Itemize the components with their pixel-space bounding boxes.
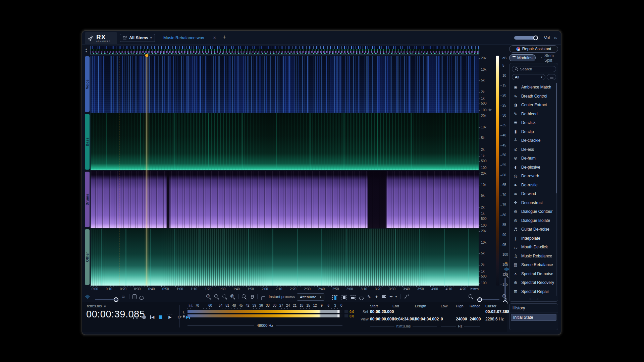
scrollbar-thumb[interactable] <box>556 83 557 193</box>
panel-resize-handle[interactable] <box>530 298 538 300</box>
tab-modules[interactable]: Modules <box>509 54 536 61</box>
spectrogram-voice[interactable] <box>91 56 479 113</box>
time-format-selector[interactable]: h:m:s.ms▼ <box>87 304 106 308</box>
module-item-de-plosive[interactable]: ◖De-plosive <box>510 163 556 172</box>
view-start-value[interactable]: 00:00:00.000 <box>370 317 394 321</box>
spectrogram-amplitude-colorbar[interactable] <box>496 56 499 286</box>
zoom-reset-button[interactable]: Ø <box>230 293 235 300</box>
playhead-marker[interactable] <box>145 54 149 57</box>
module-item-de-reverb[interactable]: ◎De-reverb <box>510 172 556 181</box>
signal-chain-icon[interactable] <box>404 293 409 300</box>
tab-close-icon[interactable]: × <box>213 36 216 40</box>
search-magnifier-tool[interactable] <box>242 293 247 300</box>
frequency-selection-tool[interactable] <box>350 294 356 301</box>
timeline-ruler[interactable]: h:m:s 0:000:100:200:300:400:501:001:101:… <box>91 286 479 292</box>
feather-tool-dropdown-icon[interactable]: ▾ <box>395 293 397 300</box>
module-item-de-ess[interactable]: ƧDe-ess <box>510 145 556 154</box>
stems-selector-dropdown[interactable]: All Stems ▾ <box>120 34 155 42</box>
repair-assistant-button[interactable]: Repair Assistant <box>509 45 558 53</box>
harmonic-selection-tool[interactable] <box>382 294 386 302</box>
magic-wand-tool[interactable]: ✦ <box>375 293 378 300</box>
waveform-blend-icon[interactable] <box>86 293 90 300</box>
module-item-ambience-match[interactable]: ◉Ambience Match <box>510 83 556 92</box>
spectrogram-other[interactable] <box>91 229 479 286</box>
tab-stem-split[interactable]: Stem Split <box>537 54 558 61</box>
time-frequency-selection-tool[interactable] <box>341 294 347 301</box>
spectrogram-bass[interactable] <box>91 113 479 170</box>
peak-value-left[interactable]: 0.0 <box>350 310 354 314</box>
module-item-de-rustle[interactable]: ❧De-rustle <box>510 181 556 190</box>
view-low-value[interactable]: 0 <box>441 317 443 321</box>
module-item-interpolate[interactable]: ∫Interpolate <box>510 234 556 243</box>
module-item-guitar-de-noise[interactable]: ♬Guitar De-noise <box>510 225 556 234</box>
session-notes-icon[interactable] <box>132 293 137 300</box>
vertical-zoom-in-icon[interactable]: + <box>504 273 508 277</box>
lasso-selection-tool[interactable] <box>359 295 364 302</box>
view-high-value[interactable]: 24000 <box>456 317 467 321</box>
module-item-de-click[interactable]: ✳De-click <box>510 118 556 127</box>
search-input[interactable] <box>520 67 553 71</box>
module-item-music-rebalance[interactable]: ♫Music Rebalance <box>510 252 556 261</box>
sel-start-value[interactable]: 00:00:20.000 <box>370 309 394 314</box>
volume-slider[interactable] <box>514 36 540 40</box>
file-tab[interactable]: Music Rebalance.wav × <box>160 33 220 43</box>
zoom-selection-button[interactable] <box>222 293 227 300</box>
module-item-dialogue-contour[interactable]: ⊖Dialogue Contour <box>510 207 556 216</box>
time-selection-tool[interactable] <box>332 294 338 301</box>
module-item-mouth-de-click[interactable]: ◡Mouth De-click <box>510 243 556 252</box>
peak-value-right[interactable]: 0.0 <box>350 314 354 318</box>
view-end-value[interactable]: 00:04:34.002 <box>392 317 416 321</box>
module-item-scene-rebalance[interactable]: ▤Scene Rebalance <box>510 260 556 269</box>
module-item-de-bleed[interactable]: ✎De-bleed <box>510 110 556 119</box>
module-item-de-clip[interactable]: ▮De-clip <box>510 127 556 136</box>
module-item-deconstruct[interactable]: ✣Deconstruct <box>510 198 556 207</box>
module-list-menu-button[interactable] <box>547 74 556 80</box>
module-item-de-crackle[interactable]: ┴De-crackle <box>510 136 556 145</box>
meter-bar-right[interactable] <box>187 314 342 317</box>
hand-grab-tool[interactable] <box>250 293 255 300</box>
spectrogram-drums[interactable] <box>91 171 479 228</box>
monitor-headphones-icon[interactable] <box>132 315 138 319</box>
process-mode-dropdown[interactable]: Attenuate ▾ <box>297 293 324 301</box>
timeline-zoom-out-icon[interactable]: − <box>469 293 473 300</box>
module-item-de-hum[interactable]: ⊘De-hum <box>510 154 556 163</box>
play-button[interactable]: ▶ <box>167 314 173 320</box>
module-item-center-extract[interactable]: ◑Center Extract <box>510 101 556 110</box>
stem-tab-bass[interactable]: Bass <box>85 114 90 170</box>
hamburger-icon <box>550 75 553 79</box>
zoom-out-button[interactable]: − <box>214 293 219 300</box>
go-to-start-button[interactable]: ◀ <box>150 315 154 319</box>
meter-bar-left[interactable] <box>187 310 342 313</box>
spectrogram-settings-button[interactable]: ≋ <box>122 293 125 300</box>
module-item-de-wind[interactable]: ≋De-wind <box>510 189 556 198</box>
waveform-view-icon[interactable] <box>504 267 508 271</box>
overview-scroll-arrows[interactable]: ▲▼ <box>84 46 88 54</box>
module-search-box[interactable] <box>512 66 556 72</box>
stem-tab-other[interactable]: Other <box>85 229 90 285</box>
module-list-scrollbar[interactable] <box>556 83 557 296</box>
signal-waveform-icon[interactable]: ∿ <box>553 35 558 41</box>
module-item-dialogue-isolate[interactable]: ⊙Dialogue Isolate <box>510 216 556 225</box>
timeline-zoom-in-icon[interactable]: + <box>502 293 507 300</box>
timeline-label: 0:10 <box>106 287 112 291</box>
category-filter-dropdown[interactable]: All ▾ <box>512 74 545 80</box>
module-item-spectral-recovery[interactable]: ⊕Spectral Recovery <box>510 278 556 287</box>
stem-tab-voice[interactable]: Voice <box>85 56 90 112</box>
history-item[interactable]: Initial State <box>511 314 556 321</box>
feather-tool[interactable]: ✒ <box>389 293 393 300</box>
stem-tab-drums[interactable]: Drums <box>85 172 90 227</box>
stop-button[interactable] <box>159 315 162 319</box>
module-item-breath-control[interactable]: ∿Breath Control <box>510 92 556 101</box>
module-item-spectral-de-noise[interactable]: ∧Spectral De-noise <box>510 269 556 279</box>
instant-process-checkbox[interactable] <box>261 295 265 302</box>
module-item-spectral-repair[interactable]: ⊞Spectral Repair <box>510 287 556 296</box>
view-range-value[interactable]: 24000 <box>470 317 481 321</box>
zoom-in-button[interactable]: + <box>206 293 211 300</box>
volume-slider-knob[interactable] <box>533 36 538 40</box>
record-button[interactable] <box>142 315 146 319</box>
brush-selection-tool[interactable]: ✎ <box>367 293 371 300</box>
view-length-value[interactable]: 00:04:34.002 <box>415 317 439 321</box>
new-tab-button[interactable]: + <box>222 34 226 40</box>
comments-icon[interactable] <box>139 294 144 301</box>
waveform-overview[interactable] <box>90 46 479 55</box>
